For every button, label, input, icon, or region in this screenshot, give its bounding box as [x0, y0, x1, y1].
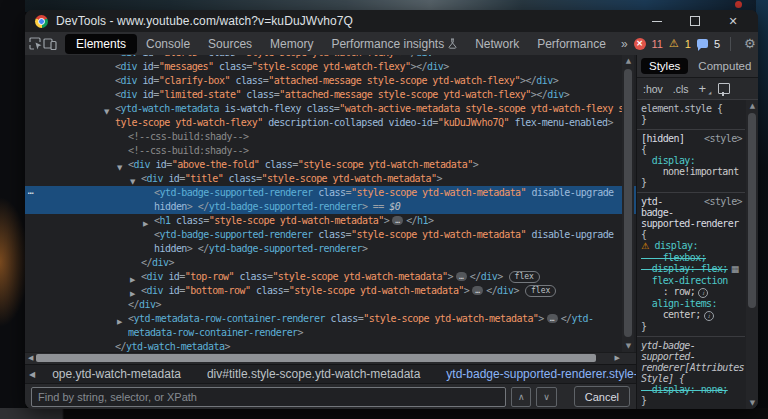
- tree-line[interactable]: ▶<div id="bottom-row" class="style-scope…: [25, 284, 636, 298]
- tab-memory[interactable]: Memory: [261, 35, 322, 53]
- css-line[interactable]: [hidden]<style>: [641, 133, 743, 144]
- hscrollbar-thumb[interactable]: [36, 354, 596, 362]
- inspect-element-icon[interactable]: [29, 35, 43, 53]
- tab-styles[interactable]: Styles: [641, 58, 688, 74]
- error-icon[interactable]: ✕: [634, 38, 646, 50]
- css-line[interactable]: center;i: [641, 309, 743, 321]
- css-line[interactable]: }: [641, 177, 743, 188]
- tree-line[interactable]: hidden> </ytd-badge-supported-renderer> …: [25, 200, 636, 214]
- css-line[interactable]: }: [641, 114, 743, 125]
- error-count[interactable]: 11: [652, 38, 663, 50]
- tab-performance-insights[interactable]: Performance insights: [322, 35, 466, 53]
- tree-line[interactable]: ▼<ytd-watch-metadata is-watch-flexy clas…: [25, 102, 636, 116]
- css-line[interactable]: {: [641, 144, 743, 155]
- maximize-button[interactable]: [676, 10, 714, 32]
- tree-line[interactable]: hidden> </ytd-badge-supported-renderer>: [25, 242, 636, 256]
- tree-line[interactable]: <ytd-badge-supported-renderer class="sty…: [25, 228, 636, 242]
- class-toggle[interactable]: .cls: [673, 83, 689, 95]
- css-line[interactable]: Style] {: [641, 373, 743, 384]
- breadcrumb-item-parent[interactable]: ope.ytd-watch-metadata: [39, 367, 194, 381]
- css-line[interactable]: badge-: [641, 207, 743, 218]
- scroll-left-icon[interactable]: ◀: [28, 354, 33, 362]
- minimize-button[interactable]: [638, 10, 676, 32]
- warning-icon[interactable]: ⚠: [669, 38, 679, 50]
- css-line[interactable]: {: [641, 229, 743, 240]
- css-line[interactable]: supported-: [641, 351, 743, 362]
- css-line[interactable]: flexbox;: [641, 252, 743, 263]
- tab-computed[interactable]: Computed: [690, 58, 758, 74]
- cancel-button[interactable]: Cancel: [574, 386, 630, 407]
- selected-line-gutter-dots[interactable]: ⋯: [28, 186, 33, 200]
- css-line[interactable]: renderer[Attributes: [641, 362, 743, 373]
- tree-line[interactable]: <div id="messages" class="style-scope yt…: [25, 60, 636, 74]
- collapsed-content-ellipsis[interactable]: …: [472, 286, 483, 295]
- rendering-emulation-icon[interactable]: [718, 83, 730, 94]
- find-next-button[interactable]: ∨: [536, 387, 556, 407]
- breadcrumb-item-selected[interactable]: ytd-badge-supported-renderer.style-scope…: [433, 367, 636, 381]
- new-style-rule-button[interactable]: +: [699, 81, 707, 96]
- title-bar[interactable]: DevTools - www.youtube.com/watch?v=kuDuJ…: [25, 10, 758, 32]
- css-line[interactable]: flex-direction: [641, 275, 743, 286]
- tree-line[interactable]: <!--css-build:shady-->: [25, 144, 636, 158]
- close-button[interactable]: ✕: [714, 10, 752, 32]
- horizontal-scrollbar[interactable]: ◀ ▶: [25, 352, 636, 364]
- tab-console[interactable]: Console: [137, 35, 199, 53]
- tree-line[interactable]: ⋯<ytd-badge-supported-renderer class="st…: [25, 186, 636, 200]
- tree-line[interactable]: tyle-scope ytd-watch-flexy" description-…: [25, 116, 636, 130]
- tab-performance[interactable]: Performance: [528, 35, 615, 53]
- scroll-up-icon[interactable]: ▲: [624, 57, 633, 65]
- issues-icon[interactable]: [697, 39, 708, 48]
- tree-line[interactable]: </div>: [25, 256, 636, 270]
- tab-network[interactable]: Network: [466, 35, 528, 53]
- tree-line[interactable]: ▶<div id="top-row" class="style-scope yt…: [25, 270, 636, 284]
- scrollbar-thumb[interactable]: [624, 69, 632, 337]
- tree-line[interactable]: ▼<div id="title" class="style-scope ytd-…: [25, 172, 636, 186]
- collapsed-content-ellipsis[interactable]: …: [456, 272, 467, 281]
- flex-badge[interactable]: flex: [525, 285, 556, 297]
- flex-badge[interactable]: flex: [509, 271, 540, 283]
- style-source-link[interactable]: <style>: [704, 196, 742, 207]
- tab-elements[interactable]: Elements: [65, 34, 137, 54]
- tree-line[interactable]: </div>: [25, 298, 636, 312]
- css-line[interactable]: display:: [641, 155, 743, 166]
- css-line[interactable]: ytd-badge-: [641, 340, 743, 351]
- style-source-link[interactable]: <style>: [704, 133, 742, 144]
- collapsed-content-ellipsis[interactable]: …: [392, 216, 403, 225]
- settings-gear-icon[interactable]: ⚙: [741, 36, 758, 51]
- tree-line[interactable]: ▶<ytd-metadata-row-container-renderer cl…: [25, 312, 636, 326]
- device-toolbar-icon[interactable]: [43, 35, 57, 53]
- flex-editor-icon[interactable]: ▦: [731, 264, 740, 274]
- css-line[interactable]: ⚠ display:: [641, 240, 743, 252]
- pseudo-state-toggle[interactable]: :hov: [643, 83, 663, 95]
- css-line[interactable]: : row;i: [641, 286, 743, 298]
- find-input[interactable]: [31, 387, 506, 407]
- css-line[interactable]: }: [641, 395, 743, 406]
- collapsed-content-ellipsis[interactable]: …: [547, 314, 558, 323]
- tree-line[interactable]: <!--css-build:shady-->: [25, 130, 636, 144]
- issues-count[interactable]: 5: [714, 38, 720, 50]
- elements-vertical-scrollbar[interactable]: ▲ ▼: [622, 55, 634, 352]
- tree-line[interactable]: <div id="clarify-box" class="attached-me…: [25, 74, 636, 88]
- tree-line[interactable]: <div id="limited-state" class="attached-…: [25, 88, 636, 102]
- css-line[interactable]: ytd-<style>: [641, 196, 743, 207]
- css-line[interactable]: display: none;: [641, 384, 743, 395]
- tree-line[interactable]: </ytd-watch-metadata>: [25, 340, 636, 352]
- css-line[interactable]: none!important: [641, 166, 743, 177]
- info-icon[interactable]: i: [704, 311, 714, 321]
- find-previous-button[interactable]: ∧: [511, 387, 531, 407]
- scroll-down-icon[interactable]: ▼: [624, 342, 633, 350]
- tab-sources[interactable]: Sources: [199, 35, 261, 53]
- warning-count[interactable]: 1: [685, 38, 691, 50]
- styles-scrollbar-thumb[interactable]: [748, 113, 756, 308]
- scroll-right-icon[interactable]: ▶: [615, 354, 620, 362]
- css-line[interactable]: element.style {: [641, 103, 743, 114]
- css-line[interactable]: align-items:: [641, 298, 743, 309]
- css-line[interactable]: }: [641, 321, 743, 332]
- styles-scroll-down-icon[interactable]: ▼: [748, 399, 757, 407]
- more-tabs-button[interactable]: »: [615, 37, 634, 51]
- breadcrumb-back-icon[interactable]: ◀: [25, 370, 39, 379]
- styles-scroll-up-icon[interactable]: ▲: [748, 102, 757, 110]
- styles-vertical-scrollbar[interactable]: ▲ ▼: [746, 100, 758, 409]
- breadcrumb-item-title-div[interactable]: div#title.style-scope.ytd-watch-metadata: [194, 367, 433, 381]
- css-line[interactable]: display: flex;▦: [641, 263, 743, 275]
